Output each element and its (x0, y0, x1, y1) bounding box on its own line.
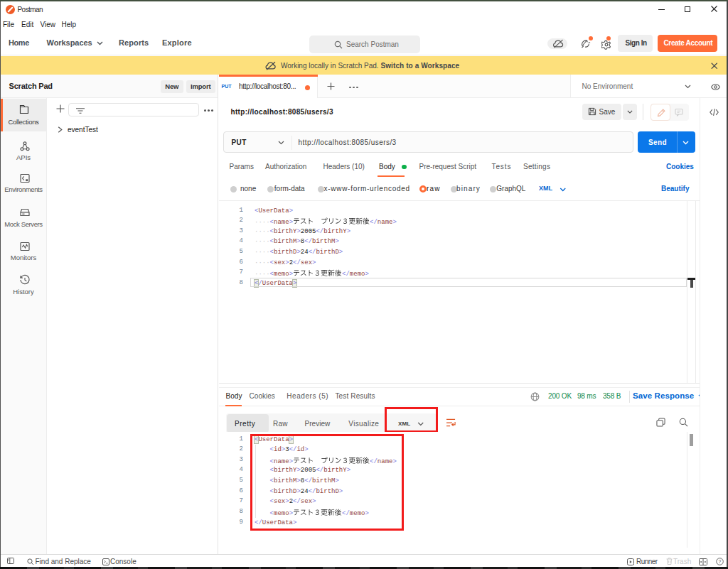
svg-text:?: ? (719, 559, 722, 564)
